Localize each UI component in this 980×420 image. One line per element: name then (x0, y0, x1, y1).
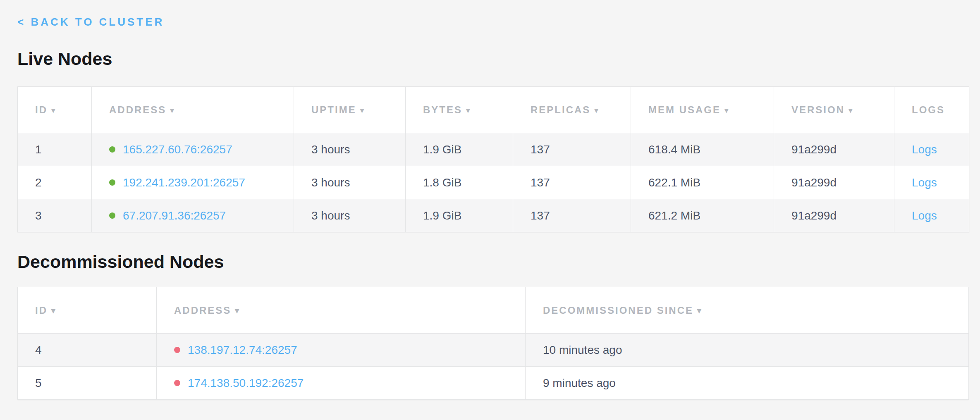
back-to-cluster-link[interactable]: < BACK TO CLUSTER (17, 16, 164, 29)
column-header-logs: LOGS (894, 87, 969, 133)
sort-arrow-icon: ▾ (724, 106, 730, 115)
sort-arrow-icon: ▾ (170, 106, 175, 115)
node-replicas-cell: 137 (513, 133, 631, 166)
live-status-dot-icon (109, 146, 115, 153)
node-logs-link[interactable]: Logs (912, 176, 937, 189)
sort-arrow-icon: ▾ (360, 106, 366, 115)
decommissioned-nodes-title: Decommissioned Nodes (17, 251, 968, 273)
decommissioned-nodes-table: ID▾ ADDRESS▾ DECOMMISSIONED SINCE▾ 4 138… (17, 287, 969, 400)
node-id-cell: 5 (18, 367, 157, 400)
node-id-cell: 2 (18, 166, 92, 199)
column-header-address[interactable]: ADDRESS▾ (157, 287, 526, 334)
column-header-id[interactable]: ID▾ (18, 87, 92, 133)
node-uptime-cell: 3 hours (294, 166, 406, 199)
table-row-node-1: 1 165.227.60.76:26257 3 hours 1.9 GiB 13… (18, 133, 969, 166)
decommissioned-header-row: ID▾ ADDRESS▾ DECOMMISSIONED SINCE▾ (18, 287, 969, 334)
column-header-decommissioned-since[interactable]: DECOMMISSIONED SINCE▾ (526, 287, 969, 334)
column-header-uptime[interactable]: UPTIME▾ (294, 87, 406, 133)
node-id-cell: 1 (18, 133, 92, 166)
column-header-version[interactable]: VERSION▾ (774, 87, 894, 133)
column-header-replicas[interactable]: REPLICAS▾ (513, 87, 631, 133)
sort-arrow-icon: ▾ (51, 306, 57, 315)
live-nodes-title: Live Nodes (17, 48, 968, 70)
sort-arrow-icon: ▾ (235, 306, 240, 315)
node-address-cell: 174.138.50.192:26257 (157, 367, 526, 400)
sort-arrow-icon: ▾ (697, 306, 703, 315)
node-id-cell: 3 (18, 199, 92, 232)
table-row-node-3: 3 67.207.91.36:26257 3 hours 1.9 GiB 137… (18, 199, 969, 232)
table-row-node-5: 5 174.138.50.192:26257 9 minutes ago (18, 367, 969, 400)
node-bytes-cell: 1.9 GiB (406, 199, 513, 232)
column-header-id[interactable]: ID▾ (18, 287, 157, 334)
node-logs-link[interactable]: Logs (912, 209, 937, 222)
column-header-address[interactable]: ADDRESS▾ (92, 87, 294, 133)
node-mem-usage-cell: 622.1 MiB (631, 166, 774, 199)
node-address-cell: 67.207.91.36:26257 (92, 199, 294, 232)
node-version-cell: 91a299d (774, 199, 894, 232)
live-nodes-table: ID▾ ADDRESS▾ UPTIME▾ BYTES▾ REPLICAS▾ ME… (17, 86, 969, 232)
node-uptime-cell: 3 hours (294, 133, 406, 166)
column-header-bytes[interactable]: BYTES▾ (406, 87, 513, 133)
node-list-page: < BACK TO CLUSTER Live Nodes ID▾ ADDRESS… (0, 0, 980, 420)
decommissioned-status-dot-icon (174, 347, 180, 353)
node-logs-cell: Logs (894, 199, 969, 232)
live-status-dot-icon (109, 179, 115, 186)
node-address-cell: 192.241.239.201:26257 (92, 166, 294, 199)
node-replicas-cell: 137 (513, 166, 631, 199)
sort-arrow-icon: ▾ (849, 106, 854, 115)
table-row-node-4: 4 138.197.12.74:26257 10 minutes ago (18, 334, 969, 367)
node-logs-link[interactable]: Logs (912, 143, 937, 156)
node-id-cell: 4 (18, 334, 157, 367)
page-content: < BACK TO CLUSTER Live Nodes ID▾ ADDRESS… (0, 0, 980, 400)
node-logs-cell: Logs (894, 133, 969, 166)
decommissioned-status-dot-icon (174, 380, 180, 386)
column-header-mem-usage[interactable]: MEM USAGE▾ (631, 87, 774, 133)
node-version-cell: 91a299d (774, 166, 894, 199)
node-bytes-cell: 1.9 GiB (406, 133, 513, 166)
node-version-cell: 91a299d (774, 133, 894, 166)
node-bytes-cell: 1.8 GiB (406, 166, 513, 199)
node-decommissioned-since-cell: 10 minutes ago (526, 334, 969, 367)
node-address-link[interactable]: 165.227.60.76:26257 (123, 143, 232, 156)
node-mem-usage-cell: 621.2 MiB (631, 199, 774, 232)
sort-arrow-icon: ▾ (466, 106, 471, 115)
live-nodes-header-row: ID▾ ADDRESS▾ UPTIME▾ BYTES▾ REPLICAS▾ ME… (18, 87, 969, 133)
node-decommissioned-since-cell: 9 minutes ago (526, 367, 969, 400)
sort-arrow-icon: ▾ (51, 106, 57, 115)
node-address-link[interactable]: 138.197.12.74:26257 (188, 344, 297, 356)
node-address-cell: 165.227.60.76:26257 (92, 133, 294, 166)
node-address-link[interactable]: 174.138.50.192:26257 (188, 377, 304, 389)
live-status-dot-icon (109, 212, 115, 219)
sort-arrow-icon: ▾ (594, 106, 600, 115)
node-logs-cell: Logs (894, 166, 969, 199)
node-address-link[interactable]: 192.241.239.201:26257 (123, 176, 245, 189)
node-uptime-cell: 3 hours (294, 199, 406, 232)
node-address-cell: 138.197.12.74:26257 (157, 334, 526, 367)
node-address-link[interactable]: 67.207.91.36:26257 (123, 209, 226, 222)
node-replicas-cell: 137 (513, 199, 631, 232)
table-row-node-2: 2 192.241.239.201:26257 3 hours 1.8 GiB … (18, 166, 969, 199)
node-mem-usage-cell: 618.4 MiB (631, 133, 774, 166)
